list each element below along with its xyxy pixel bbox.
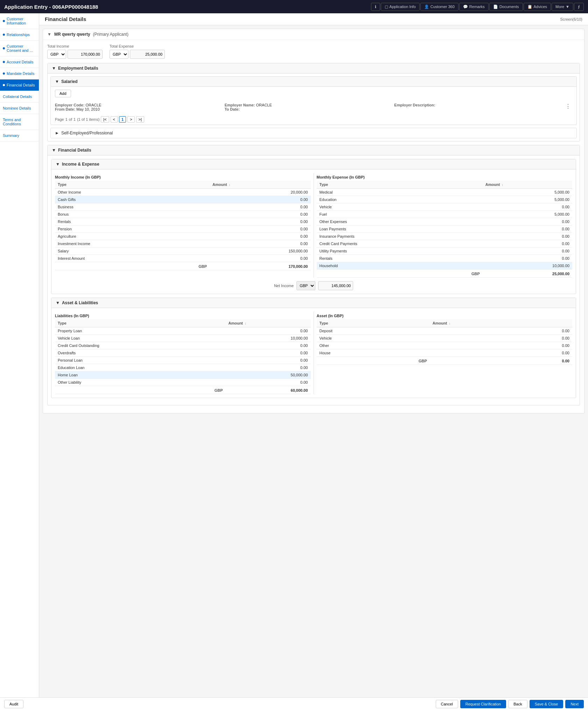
asset-type: Other xyxy=(317,342,430,349)
liability-type: Other Liability xyxy=(55,379,225,386)
page-last-button[interactable]: >| xyxy=(136,116,144,123)
income-amount: 0.00 xyxy=(210,233,310,240)
page-items-info: (1 of 1 items) xyxy=(77,117,99,121)
net-income-label: Net Income xyxy=(274,284,294,288)
customer360-button[interactable]: 👤 Customer 360 xyxy=(420,3,458,11)
self-employed-header[interactable]: ► Self-Employed/Professional xyxy=(51,128,576,138)
expense-row: Utility Payments0.00 xyxy=(317,248,573,255)
cancel-button[interactable]: Cancel xyxy=(436,700,458,708)
al-container: Liabilities (In GBP) Type Amount xyxy=(55,312,572,394)
footer-right: Cancel Request Clarification Back Save &… xyxy=(436,700,584,708)
employer-more-button[interactable]: ⋮ xyxy=(564,103,572,110)
collapse-icon: ▼ xyxy=(47,32,51,37)
application-info-button[interactable]: ▢ Application Info xyxy=(381,3,420,11)
income-row: Rentals0.00 xyxy=(55,218,311,225)
resize-button[interactable]: ⨎ xyxy=(574,3,584,11)
liability-type: Personal Loan xyxy=(55,357,225,364)
sidebar-item-relationships[interactable]: Relationships xyxy=(0,29,39,41)
page-first-button[interactable]: |< xyxy=(101,116,109,123)
total-income-value[interactable] xyxy=(68,50,103,59)
liability-amount: 10,000.00 xyxy=(225,335,310,342)
salaried-header[interactable]: ▼ Salaried xyxy=(51,77,576,87)
sidebar-item-customer-information[interactable]: Customer Information xyxy=(0,13,39,29)
liability-type: Property Loan xyxy=(55,327,225,335)
sidebar-item-account-details[interactable]: Account Details xyxy=(0,56,39,68)
asset-liabilities-header[interactable]: ▼ Asset & Liabilities xyxy=(51,298,576,308)
sidebar-item-customer-consent[interactable]: Customer Consent and ... xyxy=(0,41,39,56)
financial-details-header[interactable]: ▼ Financial Details xyxy=(48,145,580,155)
sidebar-dot xyxy=(3,34,5,36)
asset-liabilities-content: Liabilities (In GBP) Type Amount xyxy=(51,308,576,398)
applicant-header[interactable]: ▼ MR qwerty qwerty (Primary Applicant) xyxy=(43,29,584,40)
expense-type: Medical xyxy=(317,189,483,196)
expense-amount: 10,000.00 xyxy=(483,262,572,270)
sidebar-item-mandate-details[interactable]: Mandate Details xyxy=(0,68,39,79)
audit-button[interactable]: Audit xyxy=(4,700,23,708)
back-button[interactable]: Back xyxy=(508,700,527,708)
sort-icon: ↕ xyxy=(449,322,450,325)
sort-icon: ↕ xyxy=(229,183,231,187)
total-income-currency[interactable]: GBP xyxy=(47,50,66,59)
income-type: Pension xyxy=(55,225,210,233)
total-expense-currency[interactable]: GBP xyxy=(110,50,128,59)
next-button[interactable]: Next xyxy=(565,700,584,708)
footer-left: Audit xyxy=(4,700,23,708)
income-type: Other Income xyxy=(55,189,210,196)
expense-amount: 5,000.00 xyxy=(483,189,572,196)
employment-content: ▼ Salaried Add Employer Code: ORACLE xyxy=(48,76,580,138)
sidebar-item-collateral-details[interactable]: Collateral Details xyxy=(0,91,39,103)
add-employer-button[interactable]: Add xyxy=(55,90,71,97)
sidebar-item-terms-conditions[interactable]: Terms and Conditions xyxy=(0,114,39,130)
applicant-section: ▼ MR qwerty qwerty (Primary Applicant) T… xyxy=(43,29,584,413)
app-info-icon: ▢ xyxy=(385,5,388,9)
assets-table: Type Amount ↕ Deposi xyxy=(317,319,573,365)
liabilities-type-header: Type xyxy=(55,319,225,327)
income-row: Interest Amount0.00 xyxy=(55,255,311,262)
liabilities-total: 60,000.00 xyxy=(225,386,310,394)
expense-row: Insurance Payments0.00 xyxy=(317,233,573,240)
page-next-button[interactable]: > xyxy=(127,116,134,123)
sidebar-item-summary[interactable]: Summary xyxy=(0,130,39,141)
employer-code-value: ORACLE xyxy=(85,103,101,107)
income-row: Salary150,000.00 xyxy=(55,248,311,255)
self-employed-section: ► Self-Employed/Professional xyxy=(50,128,577,138)
income-type: Investment Income xyxy=(55,240,210,248)
total-income-field: Total Income GBP xyxy=(47,44,103,59)
documents-button[interactable]: 📄 Documents xyxy=(489,3,523,11)
income-amount: 150,000.00 xyxy=(210,248,310,255)
content-area: Financial Details Screen(6/10) ▼ MR qwer… xyxy=(39,13,588,697)
page-prev-button[interactable]: < xyxy=(111,116,118,123)
applicant-type: (Primary Applicant) xyxy=(93,32,128,37)
advices-button[interactable]: 📋 Advices xyxy=(524,3,551,11)
remarks-button[interactable]: 💬 Remarks xyxy=(459,3,489,11)
income-expense-header[interactable]: ▼ Income & Expense xyxy=(51,159,576,169)
liabilities-side: Liabilities (In GBP) Type Amount xyxy=(55,312,311,394)
sidebar-dot xyxy=(3,72,5,75)
liability-row: Overdrafts0.00 xyxy=(55,349,311,357)
request-clarification-button[interactable]: Request Clarification xyxy=(460,700,506,708)
net-income-currency[interactable]: GBP xyxy=(296,281,315,290)
header-actions: ℹ ▢ Application Info 👤 Customer 360 💬 Re… xyxy=(371,3,584,11)
total-expense-value[interactable] xyxy=(130,50,165,59)
applicant-content: Total Income GBP Total Expense GBP xyxy=(43,40,584,413)
income-expense-content: Monthly Income (In GBP) Type Amount xyxy=(51,169,576,294)
asset-type: Deposit xyxy=(317,327,430,335)
financial-details-content: ▼ Income & Expense Monthly Income (In GB… xyxy=(48,155,580,405)
net-income-value[interactable] xyxy=(318,281,353,290)
sidebar-dot xyxy=(3,47,5,49)
employment-details-section: ▼ Employment Details ▼ Salaried Add xyxy=(47,63,580,141)
page-number: 1 xyxy=(119,116,126,123)
save-close-button[interactable]: Save & Close xyxy=(530,700,564,708)
expense-row: Medical5,000.00 xyxy=(317,189,573,196)
net-income-row: Net Income GBP xyxy=(55,281,572,290)
info-button[interactable]: ℹ xyxy=(371,3,380,11)
more-button[interactable]: More ▼ xyxy=(552,3,573,11)
screen-indicator: Screen(6/10) xyxy=(560,17,582,21)
income-type: Business xyxy=(55,203,210,211)
asset-amount: 0.00 xyxy=(430,335,572,342)
sidebar-item-financial-details[interactable]: Financial Details xyxy=(0,79,39,91)
employment-section-header[interactable]: ▼ Employment Details xyxy=(48,63,580,74)
sidebar-item-nominee-details[interactable]: Nominee Details xyxy=(0,103,39,114)
sidebar-dot xyxy=(3,20,5,22)
expense-type: Other Expenses xyxy=(317,218,483,225)
